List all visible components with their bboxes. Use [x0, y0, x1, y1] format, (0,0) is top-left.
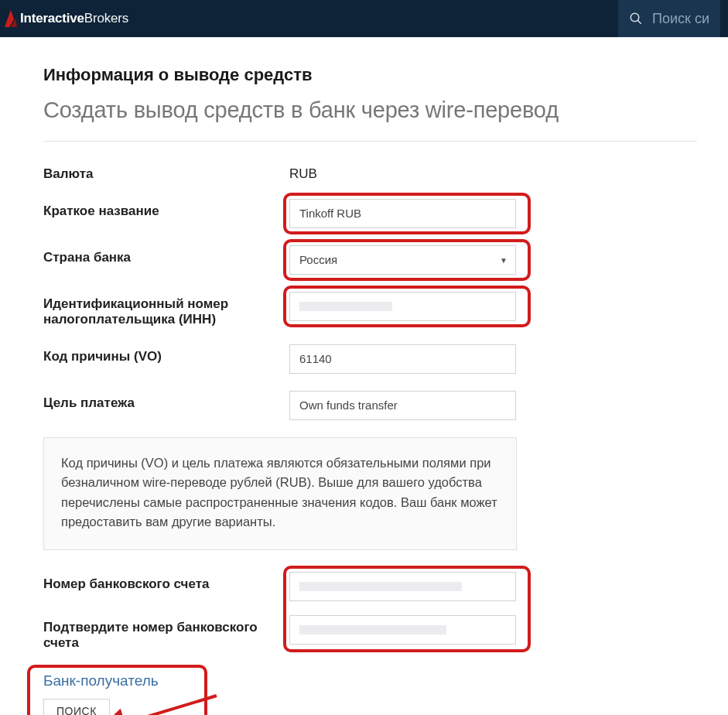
- chevron-down-icon: ▼: [500, 255, 508, 264]
- account-no-input[interactable]: [289, 572, 516, 601]
- redacted-tax-id: [299, 302, 392, 311]
- value-currency: RUB: [289, 162, 317, 182]
- label-purpose: Цель платежа: [43, 391, 289, 411]
- brand-text: InteractiveBrokers: [20, 11, 128, 26]
- receiving-bank-section: Банк-получатель ПОИСК: [43, 672, 697, 715]
- row-tax-id: Идентификационный номер налогоплательщик…: [43, 292, 697, 327]
- nickname-input[interactable]: [289, 199, 516, 228]
- row-nickname: Краткое название: [43, 199, 697, 228]
- row-purpose: Цель платежа: [43, 391, 697, 420]
- purpose-input[interactable]: [289, 391, 516, 420]
- svg-line-5: [119, 696, 217, 715]
- top-navbar: InteractiveBrokers Поиск си: [0, 0, 728, 37]
- label-account-no: Номер банковского счета: [43, 572, 289, 592]
- search-placeholder: Поиск си: [652, 11, 709, 27]
- tax-id-input[interactable]: [289, 292, 516, 321]
- label-currency: Валюта: [43, 162, 289, 182]
- receiving-bank-title: Банк-получатель: [43, 672, 697, 689]
- page-content: Информация о выводе средств Создать выво…: [0, 37, 728, 715]
- brokers-logo-icon: [5, 10, 17, 27]
- label-bank-country: Страна банка: [43, 245, 289, 265]
- page-subtitle: Создать вывод средств в банк через wire-…: [43, 96, 697, 125]
- arrow-annotation: [110, 691, 226, 715]
- redacted-account-no: [299, 582, 462, 591]
- row-account-confirm: Подтвердите номер банковского счета: [43, 615, 697, 651]
- global-search[interactable]: Поиск си: [618, 0, 720, 37]
- search-bank-button[interactable]: ПОИСК: [43, 699, 110, 715]
- redacted-account-confirm: [299, 625, 446, 635]
- brand-logo[interactable]: InteractiveBrokers: [5, 10, 128, 27]
- bank-country-select[interactable]: Россия ▼: [289, 245, 516, 275]
- account-confirm-input[interactable]: [289, 615, 516, 645]
- row-currency: Валюта RUB: [43, 162, 697, 182]
- label-vo-code: Код причины (VO): [43, 344, 289, 364]
- svg-line-3: [637, 20, 641, 24]
- vo-code-input[interactable]: [289, 344, 516, 374]
- search-icon: [629, 12, 643, 26]
- row-bank-country: Страна банка Россия ▼: [43, 245, 697, 275]
- label-account-confirm: Подтвердите номер банковского счета: [43, 615, 289, 651]
- page-title: Информация о выводе средств: [43, 65, 697, 85]
- svg-point-2: [631, 13, 639, 22]
- label-tax-id: Идентификационный номер налогоплательщик…: [43, 292, 289, 327]
- bank-country-value: Россия: [299, 253, 337, 266]
- label-nickname: Краткое название: [43, 199, 289, 219]
- divider: [43, 141, 697, 142]
- row-vo-code: Код причины (VO): [43, 344, 697, 374]
- info-note: Код причины (VO) и цель платежа являются…: [43, 437, 517, 550]
- row-account-no: Номер банковского счета: [43, 572, 697, 601]
